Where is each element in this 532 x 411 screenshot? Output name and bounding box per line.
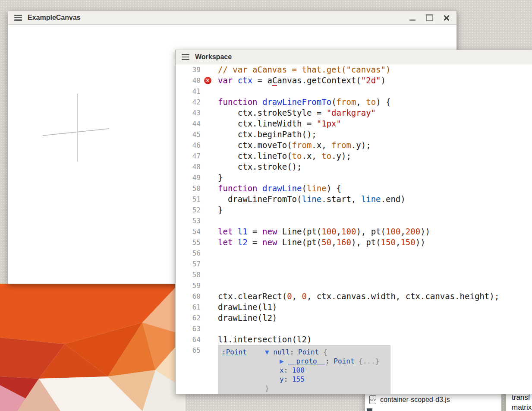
window-title: Workspace xyxy=(195,53,232,61)
code-token: 150 xyxy=(381,237,396,247)
code-token: from xyxy=(292,140,312,150)
code-token: new xyxy=(262,227,277,236)
code-token: from xyxy=(331,140,351,150)
code-token: 150 xyxy=(400,237,415,247)
code-line[interactable]: 61drawLine(l1) xyxy=(176,302,532,313)
code-token: l1 xyxy=(238,227,248,236)
code-token: , xyxy=(337,227,341,236)
code-lines: 39// var aCanvas = that.get("canvas")40✕… xyxy=(176,64,532,394)
code-token: line xyxy=(307,183,327,193)
example-canvas-titlebar[interactable]: ExampleCanvas xyxy=(8,11,456,25)
code-line[interactable]: 39// var aCanvas = that.get("canvas") xyxy=(176,64,532,75)
object-tree-token: y xyxy=(280,375,284,383)
code-token: line xyxy=(302,194,321,204)
line-number: 51 xyxy=(176,194,201,205)
code-token: 100 xyxy=(386,227,400,236)
line-number: 65 xyxy=(176,345,201,394)
code-text: ctx.lineTo(to.x, to.y); xyxy=(218,151,351,161)
code-line[interactable]: 47 ctx.lineTo(to.x, to.y); xyxy=(176,151,532,161)
object-tree-token: { xyxy=(319,348,327,356)
error-badge-icon[interactable]: ✕ xyxy=(204,77,211,84)
object-tree-token: Point xyxy=(334,357,354,365)
expand-toggle-icon[interactable]: ▶ xyxy=(280,357,284,365)
code-line[interactable]: 64l1.intersection(l2) xyxy=(176,334,532,345)
code-line[interactable]: 52} xyxy=(176,205,532,215)
code-token: ctx.lineTo( xyxy=(218,151,292,161)
code-text: l1.intersection(l2) xyxy=(218,334,312,345)
code-text: ctx.clearRect(0, 0, ctx.canvas.width, ct… xyxy=(218,291,499,302)
code-line[interactable]: 53 xyxy=(176,215,532,226)
code-text: // var aCanvas = that.get("canvas") xyxy=(218,64,390,75)
gutter-marker xyxy=(201,334,218,345)
minimize-button[interactable] xyxy=(409,19,416,21)
close-button[interactable] xyxy=(444,15,450,21)
code-token: drawLineFromTo xyxy=(262,97,331,107)
code-token: to xyxy=(292,151,302,161)
code-line[interactable]: 42function drawLineFromTo(from, to) { xyxy=(176,97,532,107)
file-list-window: </> container-scoped-d3.js xyxy=(365,392,502,411)
code-token: Line(pt( xyxy=(277,227,321,236)
code-line[interactable]: 62drawLine(l2) xyxy=(176,313,532,323)
code-line[interactable]: 51 drawLineFromTo(line.start, line.end) xyxy=(176,194,532,205)
code-line[interactable]: 46 ctx.moveTo(from.x, from.y); xyxy=(176,140,532,151)
window-controls xyxy=(409,14,450,21)
code-editor[interactable]: 39// var aCanvas = that.get("canvas")40✕… xyxy=(176,64,532,394)
window-menu-icon[interactable] xyxy=(14,15,22,21)
code-text: drawLineFromTo(line.start, line.end) xyxy=(218,194,406,205)
code-line[interactable]: 59 xyxy=(176,280,532,291)
panel-item[interactable]: matrix xyxy=(512,402,532,411)
code-line[interactable]: 55let l2 = new Line(pt(50,160), pt(150,1… xyxy=(176,237,532,248)
code-text: drawLine(l1) xyxy=(218,302,277,313)
code-line[interactable]: 43 ctx.strokeStyle = "darkgray" xyxy=(176,107,532,118)
code-line[interactable]: 41 xyxy=(176,86,532,97)
code-line[interactable]: 57 xyxy=(176,259,532,269)
line-number: 59 xyxy=(176,280,201,291)
result-type-link[interactable]: :Point xyxy=(222,348,265,393)
code-token xyxy=(258,97,262,107)
line-number: 45 xyxy=(176,129,201,140)
maximize-button[interactable] xyxy=(426,14,433,21)
code-line[interactable]: 49} xyxy=(176,172,532,183)
gutter-marker xyxy=(201,97,218,107)
code-token xyxy=(233,237,237,247)
code-line[interactable]: 44 ctx.lineWidth = "1px" xyxy=(176,118,532,129)
window-menu-icon[interactable] xyxy=(182,54,189,60)
line-number: 50 xyxy=(176,183,201,194)
object-tree-row: ▼ null: Point { xyxy=(265,348,387,357)
code-text: ctx.stroke(); xyxy=(218,161,302,172)
code-token: ctx.moveTo( xyxy=(218,140,292,150)
workspace-titlebar[interactable]: Workspace xyxy=(176,50,532,64)
line-number: 55 xyxy=(176,237,201,248)
line-number: 63 xyxy=(176,323,201,334)
code-token: ), pt( xyxy=(351,237,381,247)
code-line[interactable]: 54let l1 = new Line(pt(100,100), pt(100,… xyxy=(176,226,532,237)
gutter-marker xyxy=(201,118,218,129)
line-number: 54 xyxy=(176,226,201,237)
code-token: ( xyxy=(302,183,306,193)
code-line[interactable]: 45 ctx.beginPath(); xyxy=(176,129,532,140)
code-token: l2 xyxy=(238,237,248,247)
code-line[interactable]: 50function drawLine(line) { xyxy=(176,183,532,194)
code-line[interactable]: 65:Point▼ null: Point {▶ __proto__: Poin… xyxy=(176,345,532,394)
object-tree-token: x xyxy=(280,366,284,374)
gutter-marker xyxy=(201,269,218,280)
object-tree-token xyxy=(269,348,274,356)
code-line[interactable]: 63 xyxy=(176,323,532,334)
code-line[interactable]: 58 xyxy=(176,269,532,280)
object-tree-token: null xyxy=(273,348,290,356)
file-list-item[interactable]: </> container-scoped-d3.js xyxy=(369,395,497,404)
code-line[interactable]: 60ctx.clearRect(0, 0, ctx.canvas.width, … xyxy=(176,291,532,302)
code-token: C xyxy=(272,76,277,86)
code-line[interactable]: 56 xyxy=(176,248,532,259)
code-token: line xyxy=(361,194,381,204)
code-line[interactable]: 40✕var ctx = aCanvas.getContext("2d") xyxy=(176,75,532,86)
code-token: ctx.strokeStyle = xyxy=(218,108,327,117)
gutter-marker xyxy=(201,205,218,215)
code-token: "2d" xyxy=(361,76,381,85)
code-token: 100 xyxy=(321,227,336,236)
gutter-marker xyxy=(201,345,218,394)
code-token: function xyxy=(218,183,258,193)
code-line[interactable]: 48 ctx.stroke(); xyxy=(176,161,532,172)
code-token: ctx xyxy=(238,76,252,85)
expand-toggle-icon[interactable]: ▼ xyxy=(265,348,269,356)
